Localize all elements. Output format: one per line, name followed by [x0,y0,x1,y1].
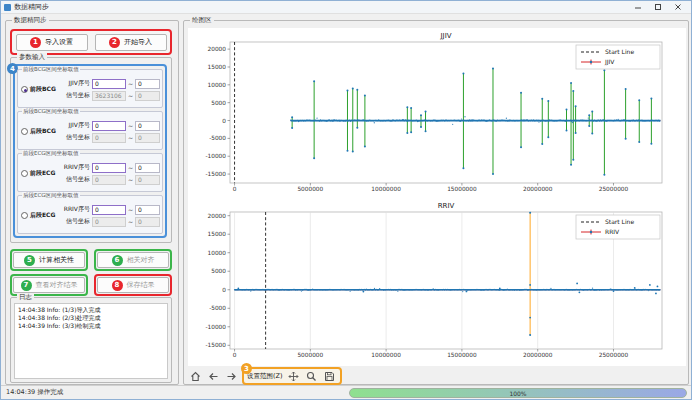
range-separator: ~ [128,218,133,225]
svg-text:RRIV: RRIV [438,202,455,210]
plot-area-group: 绘图区 050000001000000015000000200000002500… [183,20,689,385]
set-range-button[interactable]: 设置范围(Z) [247,372,283,381]
input-信号坐标-to[interactable] [135,175,160,185]
forward-icon[interactable] [224,370,239,383]
back-icon[interactable] [206,370,221,383]
svg-text:25000000: 25000000 [599,186,629,192]
action-button-5[interactable]: 5计算相关性 [13,252,85,268]
step-badge-8: 8 [112,280,123,291]
action-button-7[interactable]: 7查看对齐结果 [13,277,85,293]
titlebar: 数据精同步 [1,1,691,14]
action-frame-5: 5计算相关性 [10,249,88,271]
param-group-title: 后段ECG区间坐标取值 [22,192,80,199]
save-icon[interactable] [322,370,337,383]
input-JJIV序号-from[interactable] [92,79,126,89]
svg-text:15000: 15000 [208,231,227,237]
maximize-icon[interactable] [648,1,668,13]
data-sync-group-title: 数据精同步 [12,16,49,24]
plot-toolbar: 3 设置范围(Z) [188,367,342,385]
radio-前段ECG[interactable] [21,170,28,177]
range-separator: ~ [128,122,133,129]
svg-text:-15000: -15000 [205,171,226,177]
input-信号坐标-from[interactable] [92,217,126,227]
range-separator: ~ [128,164,133,171]
range-separator: ~ [128,176,133,183]
input-RRIV序号-to[interactable] [135,163,160,173]
set-range-label: 设置范围(Z) [247,372,283,380]
param-group-3: 后段ECG区间坐标取值后段ECGRRIV序号~信号坐标~ [17,195,163,234]
step-badge-5: 5 [24,255,35,266]
input-RRIV序号-from[interactable] [92,205,126,215]
param-group-0: 前段BCG区间坐标取值前段BCGJJIV序号~信号坐标~ [17,69,163,108]
step-badge-7: 7 [21,280,32,291]
statusbar: 14:04:39 操作完成 100% [1,385,691,399]
minimize-icon[interactable] [628,1,648,13]
radio-前段BCG[interactable] [21,86,28,93]
window-controls [628,1,688,13]
input-JJIV序号-to[interactable] [135,121,160,131]
input-信号坐标-to[interactable] [135,133,160,143]
param-group-title: 前段BCG区间坐标取值 [22,66,80,73]
set-range-frame: 3 设置范围(Z) [242,367,342,385]
input-信号坐标-from[interactable] [92,133,126,143]
field-label: RRIV序号 [59,205,90,214]
svg-text:0: 0 [222,287,226,293]
pan-icon[interactable] [286,370,301,383]
action-label: 查看对齐结果 [36,280,78,290]
radio-后段BCG[interactable] [21,128,28,135]
data-sync-group: 数据精同步 1 导入设置 2 开始导入 参数输入 4 前段BCG区间坐标取值前段… [5,20,179,385]
input-信号坐标-from[interactable] [92,175,126,185]
input-信号坐标-to[interactable] [135,217,160,227]
input-JJIV序号-to[interactable] [135,79,160,89]
field-label: JJIV序号 [59,121,90,130]
param-group-2: 前段ECG区间坐标取值前段ECGRRIV序号~信号坐标~ [17,153,163,192]
radio-label: 前段ECG [30,169,55,178]
close-icon[interactable] [668,1,688,13]
svg-text:5000000: 5000000 [297,186,323,192]
action-frame-6: 6相关对齐 [94,249,172,271]
start-import-button[interactable]: 2 开始导入 [95,34,167,51]
input-RRIV序号-from[interactable] [92,163,126,173]
charts-canvas: 0500000010000000150000002000000025000000… [188,28,686,366]
range-separator: ~ [128,80,133,87]
action-button-6[interactable]: 6相关对齐 [97,252,169,268]
svg-text:10000000: 10000000 [371,186,401,192]
svg-text:0: 0 [233,186,237,192]
legend-jjiv: Start LineJJIV [576,45,660,69]
svg-text:-10000: -10000 [205,324,226,330]
radio-label: 后段BCG [30,127,56,136]
action-label: 计算相关性 [39,255,74,265]
log-group-title: 日志 [17,293,34,301]
legend-rriv: Start LineRRIV [576,215,660,239]
svg-text:JJIV: JJIV [440,32,452,40]
zoom-icon[interactable] [304,370,319,383]
svg-text:5000000: 5000000 [297,352,323,358]
radio-后段ECG[interactable] [21,212,28,219]
svg-text:20000000: 20000000 [523,186,553,192]
input-信号坐标-to[interactable] [135,91,160,101]
action-button-8[interactable]: 8保存结果 [97,277,169,293]
progress-label: 100% [509,390,526,397]
status-text: 14:04:39 操作完成 [1,388,63,397]
svg-text:10000: 10000 [208,82,227,88]
svg-text:0: 0 [222,118,226,124]
field-label: 信号坐标 [59,175,90,184]
home-icon[interactable] [188,370,203,383]
log-list[interactable]: 14:04:38 Info: (1/3)导入完成14:04:38 Info: (… [14,303,168,379]
step-badge-3: 3 [241,363,252,374]
import-settings-button[interactable]: 1 导入设置 [16,34,88,51]
start-import-label: 开始导入 [124,37,152,47]
param-group-title: 前段ECG区间坐标取值 [22,150,80,157]
svg-text:JJIV: JJIV [604,58,615,66]
svg-text:RRIV: RRIV [605,228,620,235]
svg-text:20000: 20000 [208,213,227,219]
import-buttons-frame: 1 导入设置 2 开始导入 [10,29,172,55]
chart-rriv: 0500000010000000150000002000000025000000… [205,202,662,358]
input-信号坐标-from[interactable] [92,91,126,101]
param-group-1: 后段BCG区间坐标取值后段BCGJJIV序号~信号坐标~ [17,111,163,150]
svg-text:20000: 20000 [208,46,227,52]
input-JJIV序号-from[interactable] [92,121,126,131]
input-RRIV序号-to[interactable] [135,205,160,215]
window-title: 数据精同步 [14,2,49,12]
field-label: RRIV序号 [59,163,90,172]
